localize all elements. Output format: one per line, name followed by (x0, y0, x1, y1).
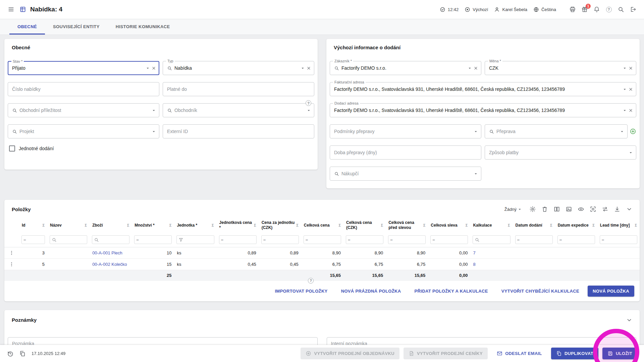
add-items-and-calculations-button[interactable]: PŘIDAT POLOŽKY A KALKULACE (410, 286, 493, 297)
clear-icon[interactable] (628, 66, 633, 71)
field-dodaci-adresa[interactable]: Dodací adresa Factorify DEMO s.r.o., Sva… (330, 103, 636, 117)
swap-columns-button[interactable] (600, 204, 610, 214)
tab-obecne[interactable]: OBECNÉ (9, 19, 45, 35)
filter-lead-time[interactable] (600, 235, 637, 244)
visibility-button[interactable] (576, 204, 586, 214)
doba-prepravy-input[interactable] (334, 150, 478, 155)
filter-jednotkova-cena[interactable] (219, 235, 257, 244)
filter-jednotka[interactable] (176, 235, 214, 244)
menu-button[interactable] (5, 4, 17, 15)
column-layout-button[interactable] (552, 204, 562, 214)
filter-datum-expedice-input[interactable] (563, 237, 593, 242)
dropdown-caret-icon[interactable] (145, 66, 150, 71)
col-kalkulace[interactable]: Kalkulace (470, 217, 513, 234)
sigma-icon[interactable] (85, 223, 87, 227)
clear-icon[interactable] (151, 66, 156, 71)
items-help-icon[interactable] (308, 278, 314, 284)
sigma-icon[interactable] (127, 223, 129, 227)
col-celkova-cena-czk[interactable]: Celková cena (CZK) (343, 217, 386, 234)
filter-kalkulace[interactable] (473, 235, 510, 244)
clear-icon[interactable] (628, 108, 633, 113)
dropdown-caret-icon[interactable] (306, 108, 311, 113)
filter-pred-slevou-input[interactable] (394, 237, 424, 242)
clear-icon[interactable] (306, 66, 311, 71)
field-stav[interactable]: Stav * Přijato (8, 61, 159, 75)
logout-button[interactable] (627, 4, 639, 15)
sigma-icon[interactable] (550, 223, 552, 227)
tab-souvisejici-entity[interactable]: SOUVISEJÍCÍ ENTITY (45, 19, 108, 35)
col-cena-za-jednotku-czk[interactable]: Cena za jednotku (CZK) (259, 217, 301, 234)
field-obchodni-prilezitost[interactable]: Obchodní příležitost (8, 103, 159, 117)
sigma-icon[interactable] (338, 223, 341, 227)
sigma-icon[interactable] (592, 223, 595, 227)
field-nakupci[interactable]: Nákupčí (330, 167, 481, 181)
sigma-icon[interactable] (381, 223, 383, 227)
jednotne-dodani-checkbox-row[interactable]: Jednotné dodání (8, 145, 314, 152)
field-obchodnik[interactable]: Obchodník (163, 103, 314, 117)
create-sales-order-button[interactable]: VYTVOŘIT PRODEJNÍ OBJEDNÁVKU (301, 348, 399, 359)
filter-nazev[interactable] (50, 235, 87, 244)
dropdown-caret-icon[interactable] (622, 108, 627, 113)
history-button[interactable] (5, 348, 16, 359)
filter-pred-slevou[interactable] (388, 235, 426, 244)
field-zpusob-platby[interactable]: Způsob platby (485, 145, 636, 160)
filter-cena-za-jednotku-input[interactable] (267, 237, 297, 242)
row-menu-button[interactable] (7, 260, 16, 269)
field-preprava[interactable]: Přeprava (485, 124, 628, 138)
col-jednotka[interactable]: Jednotka * (174, 217, 216, 234)
filter-lead-time-input[interactable] (605, 237, 635, 242)
language-selector[interactable]: Čeština (533, 7, 556, 12)
tab-historie-komunikace[interactable]: HISTORIE KOMUNIKACE (108, 19, 178, 35)
equals-icon[interactable] (23, 237, 26, 242)
row-menu-button[interactable] (7, 249, 16, 257)
clear-icon[interactable] (628, 87, 633, 92)
filter-celkova-cena-czk-input[interactable] (352, 237, 382, 242)
dropdown-caret-icon[interactable] (467, 66, 472, 71)
profile-selector[interactable]: Výchozí (465, 7, 488, 12)
equals-icon[interactable] (221, 237, 224, 242)
filter-datum-expedice[interactable] (557, 235, 595, 244)
equals-icon[interactable] (136, 237, 139, 242)
clear-icon[interactable] (473, 66, 478, 71)
platne-do-input[interactable] (167, 86, 311, 92)
sigma-icon[interactable] (42, 223, 45, 227)
compare-versions-button[interactable] (17, 348, 28, 359)
filter-mnozstvi[interactable] (134, 235, 172, 244)
field-platne-do[interactable] (163, 82, 314, 96)
table-row[interactable]: 3 00-A-001 Plech 10 ks 0,89 0,89 8,90 8,… (4, 247, 640, 259)
table-settings-button[interactable] (528, 204, 538, 214)
cell-zbozi-link[interactable]: 00-A-002 Kolečko (92, 262, 127, 267)
equals-icon[interactable] (348, 237, 351, 242)
add-preprava-icon[interactable] (630, 128, 636, 135)
equals-icon[interactable] (602, 237, 604, 242)
filter-zbozi[interactable] (92, 235, 129, 244)
print-button[interactable] (567, 4, 578, 15)
col-jednotkova-cena[interactable]: Jednotková cena * (217, 217, 259, 234)
field-typ[interactable]: Typ Nabídka (163, 61, 314, 75)
externi-id-input[interactable] (167, 129, 311, 134)
filter-celkova-sleva[interactable] (430, 235, 468, 244)
dropdown-caret-icon[interactable] (620, 129, 625, 134)
cell-zbozi-link[interactable]: 00-A-001 Plech (92, 250, 122, 255)
filter-mnozstvi-input[interactable] (140, 237, 170, 242)
equals-icon[interactable] (306, 237, 308, 242)
create-missing-calculations-button[interactable]: VYTVOŘIT CHYBĚJÍCÍ KALKULACE (496, 286, 584, 297)
col-celkova-sleva[interactable]: Celková sleva (428, 217, 470, 234)
equals-icon[interactable] (263, 237, 266, 242)
filter-jednotka-input[interactable] (185, 237, 212, 242)
field-zakaznik[interactable]: Zákazník * Factorify DEMO s.r.o. (330, 61, 481, 75)
filter-nazev-input[interactable] (58, 237, 85, 242)
sigma-icon[interactable] (635, 223, 637, 227)
col-celkova-cena[interactable]: Celková cena (301, 217, 343, 234)
field-podminky-prepravy[interactable]: Podmínky přepravy (330, 124, 481, 138)
field-doba-prepravy[interactable] (330, 145, 481, 160)
dropdown-caret-icon[interactable] (300, 66, 305, 71)
sigma-icon[interactable] (508, 223, 510, 227)
col-celkova-cena-pred-slevou[interactable]: Celková cena před slevou (386, 217, 428, 234)
import-items-button[interactable]: IMPORTOVAT POLOŽKY (270, 286, 332, 297)
dropdown-caret-icon[interactable] (473, 171, 478, 176)
search-button[interactable] (615, 4, 627, 15)
create-sales-price-lists-button[interactable]: VYTVOŘIT PRODEJNÍ CENÍKY (404, 348, 488, 359)
filter-celkova-cena-input[interactable] (309, 237, 339, 242)
sigma-icon[interactable] (254, 223, 256, 227)
